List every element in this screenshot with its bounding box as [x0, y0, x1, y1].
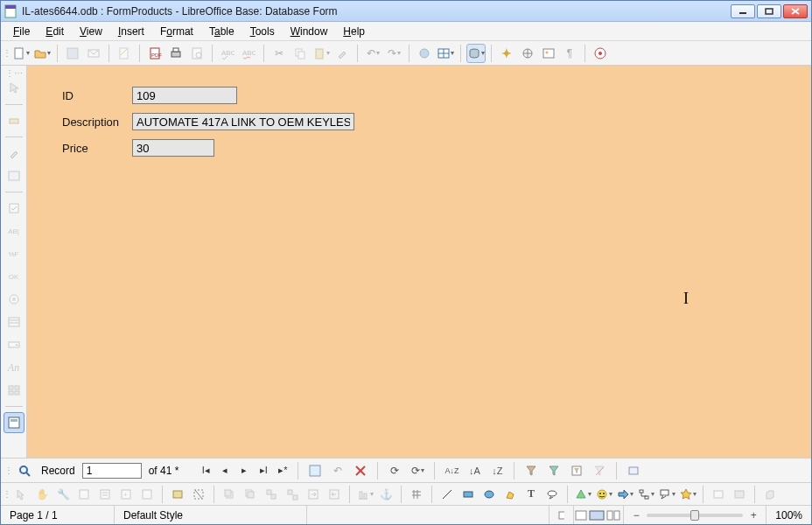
next-record-button[interactable]: ▸	[236, 463, 252, 479]
open-design-mode-button[interactable]	[168, 485, 187, 504]
sort-desc-button[interactable]: ↓Z	[487, 461, 507, 480]
refresh-control-button[interactable]: ⟳▾	[408, 461, 427, 480]
zoom-in-button[interactable]: +	[748, 509, 759, 522]
edit-file-button[interactable]	[115, 44, 134, 63]
form-navigator-button[interactable]	[95, 485, 115, 504]
copy-button[interactable]	[290, 44, 310, 63]
sort-asc-button[interactable]: ↓A	[465, 461, 484, 480]
rectangle-tool[interactable]	[458, 485, 478, 504]
fontwork-button[interactable]	[709, 485, 728, 504]
new-button[interactable]: ▾	[11, 44, 31, 63]
spellcheck-button[interactable]: ABC	[218, 44, 237, 63]
pushbutton-tool[interactable]: OK	[4, 266, 24, 287]
menu-tools[interactable]: Tools	[243, 24, 282, 39]
data-to-text-button[interactable]	[624, 461, 643, 480]
block-arrows-button[interactable]: ▾	[615, 485, 634, 504]
formatted-field-tool[interactable]: %F	[4, 243, 24, 264]
design-mode-toggle[interactable]	[4, 110, 24, 131]
prev-record-button[interactable]: ◂	[217, 463, 233, 479]
toolbar-grip[interactable]: ⋯	[5, 69, 23, 76]
status-style[interactable]: Default Style	[115, 506, 307, 524]
select-object-tool[interactable]	[11, 485, 31, 504]
add-field-button[interactable]: +	[116, 485, 136, 504]
zoom-track[interactable]	[647, 514, 743, 517]
symbol-shapes-button[interactable]: ▾	[594, 485, 613, 504]
record-number-input[interactable]	[82, 463, 142, 479]
autofilter-button[interactable]	[522, 461, 541, 480]
anchor-button[interactable]: ⚓	[376, 485, 396, 504]
select-tool[interactable]	[4, 78, 24, 99]
paste-button[interactable]: ▾	[312, 44, 331, 63]
navigator-button[interactable]	[518, 44, 537, 63]
help-button[interactable]	[591, 44, 610, 63]
field-price[interactable]	[132, 139, 214, 157]
grid-visible-button[interactable]	[407, 485, 426, 504]
bring-to-front-button[interactable]	[220, 485, 239, 504]
zoom-button[interactable]: ¶	[560, 44, 579, 63]
toolbar-grip[interactable]	[6, 462, 11, 480]
auto-spellcheck-button[interactable]: ABC	[239, 44, 258, 63]
from-file-button[interactable]	[730, 485, 749, 504]
form-properties-button[interactable]	[4, 165, 24, 186]
sort-button[interactable]: A↓Z	[442, 461, 461, 480]
field-description[interactable]	[132, 113, 354, 130]
last-record-button[interactable]: ▸I	[256, 463, 271, 479]
gallery-button[interactable]	[539, 44, 558, 63]
status-insert-mode[interactable]	[550, 506, 574, 524]
position-size-tool[interactable]	[74, 485, 94, 504]
flowchart-button[interactable]: ▾	[636, 485, 655, 504]
insert-table-button[interactable]: ▾	[436, 44, 455, 63]
print-button[interactable]	[166, 44, 186, 63]
ungroup-button[interactable]	[283, 485, 302, 504]
control-properties-button[interactable]	[4, 143, 24, 164]
hand-tool[interactable]: ✋	[32, 485, 52, 504]
zoom-knob[interactable]	[690, 510, 699, 521]
enter-group-button[interactable]	[304, 485, 323, 504]
combobox-tool[interactable]	[4, 334, 24, 355]
menu-file[interactable]: File	[6, 24, 37, 39]
undo-record-button[interactable]: ↶	[328, 461, 347, 480]
email-button[interactable]	[84, 44, 103, 63]
label-tool[interactable]: An	[4, 357, 24, 378]
export-pdf-button[interactable]: PDF	[145, 44, 164, 63]
apply-filter-button[interactable]	[544, 461, 564, 480]
menu-window[interactable]: Window	[284, 24, 335, 39]
more-controls-button[interactable]	[4, 380, 24, 401]
format-paintbrush-button[interactable]	[332, 44, 352, 63]
first-record-button[interactable]: I◂	[198, 463, 214, 479]
minimize-button[interactable]	[731, 4, 755, 18]
zoom-slider[interactable]: − +	[624, 509, 766, 522]
align-button[interactable]: ▾	[355, 485, 374, 504]
save-record-button[interactable]	[305, 461, 325, 480]
toolbar-grip[interactable]	[4, 45, 10, 62]
toolbar-grip[interactable]	[4, 486, 10, 503]
callout-tool[interactable]	[542, 485, 562, 504]
status-view-layout[interactable]	[574, 506, 624, 524]
new-record-button[interactable]: ▸*	[275, 463, 290, 479]
form-canvas[interactable]: ID Description Price I	[27, 66, 811, 458]
form-design-button[interactable]	[4, 412, 24, 433]
text-tool[interactable]: T	[522, 485, 541, 504]
menu-format[interactable]: Format	[153, 24, 200, 39]
field-id[interactable]	[132, 87, 237, 104]
menu-view[interactable]: View	[73, 24, 109, 39]
zoom-value[interactable]: 100%	[766, 506, 811, 524]
exit-group-button[interactable]	[325, 485, 344, 504]
callouts-button[interactable]: ▾	[657, 485, 676, 504]
wrench-tool[interactable]: 🔧	[53, 485, 73, 504]
auto-control-focus-button[interactable]	[189, 485, 208, 504]
maximize-button[interactable]	[757, 4, 781, 18]
menu-help[interactable]: Help	[336, 24, 372, 39]
option-button-tool[interactable]	[4, 289, 24, 310]
data-sources-button[interactable]: ▾	[466, 44, 486, 63]
polygon-tool[interactable]	[500, 485, 520, 504]
send-to-back-button[interactable]	[241, 485, 260, 504]
form-filter-button[interactable]	[567, 461, 586, 480]
nonprinting-chars-button[interactable]: ✦	[497, 44, 516, 63]
ellipse-tool[interactable]	[480, 485, 499, 504]
menu-edit[interactable]: Edit	[38, 24, 71, 39]
group-button[interactable]	[262, 485, 281, 504]
stars-button[interactable]: ▾	[678, 485, 697, 504]
menu-table[interactable]: Table	[202, 24, 242, 39]
find-record-button[interactable]	[15, 461, 34, 480]
